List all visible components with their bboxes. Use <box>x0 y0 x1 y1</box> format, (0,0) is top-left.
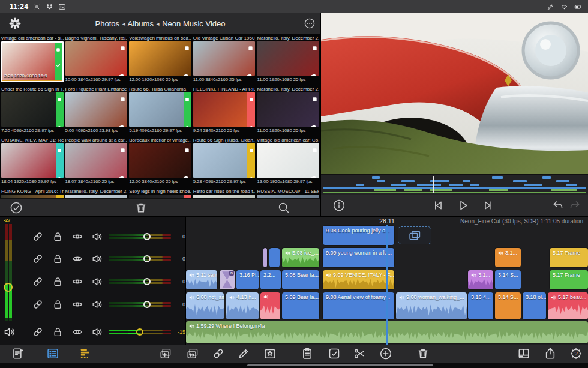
link-clips-button[interactable] <box>211 346 226 361</box>
clip-thumbnail[interactable] <box>129 143 191 178</box>
timeline-clip[interactable]: 5.08 ice_... <box>282 248 319 267</box>
timeline-clip[interactable]: 5.17 Frame <box>550 248 588 267</box>
slider-knob[interactable] <box>136 328 143 336</box>
timeline-clip[interactable]: 5.11 san... <box>186 270 217 289</box>
transition-clip[interactable]: B <box>220 270 235 289</box>
clip-thumbnail[interactable] <box>1 143 64 178</box>
track-volume-slider[interactable] <box>109 278 171 286</box>
skip-forward-button[interactable] <box>481 198 496 213</box>
timeline-clip[interactable]: 5.08 Bear la... <box>282 270 319 289</box>
slider-knob[interactable] <box>143 233 151 240</box>
add-button[interactable] <box>379 346 393 361</box>
clip-effects-button[interactable] <box>263 346 277 361</box>
timeline-clip[interactable]: 5.17 Frame <box>550 270 588 289</box>
lock-toggle-icon[interactable] <box>47 326 67 338</box>
clip-thumbnail[interactable] <box>129 41 191 76</box>
split-clip-button[interactable] <box>352 346 367 361</box>
timeline-clip[interactable]: 3.1... <box>495 248 521 267</box>
link-toggle-icon[interactable] <box>28 231 47 243</box>
undo-button[interactable] <box>551 198 565 213</box>
clip-thumbnail[interactable] <box>1 92 64 127</box>
timeline-clip[interactable]: 5.09 Bear la... <box>282 292 319 319</box>
clip-thumbnail[interactable] <box>193 41 256 76</box>
photos-source-icon[interactable] <box>8 17 22 30</box>
select-mode-button[interactable] <box>327 346 341 361</box>
media-clip[interactable]: People walk around at a car...18.07 3840… <box>65 137 128 186</box>
timeline-clip[interactable]: 3.1... <box>468 270 493 289</box>
clip-thumbnail[interactable] <box>193 143 256 178</box>
media-clip[interactable]: vintage old american car - si...2.25 192… <box>1 35 64 84</box>
timeline-clip[interactable]: 3.14 S... <box>495 292 521 319</box>
lock-toggle-icon[interactable] <box>47 253 67 265</box>
timeline-clip[interactable]: 9.08 woman_walking_... <box>396 292 467 319</box>
eye-toggle-icon[interactable] <box>67 326 87 338</box>
media-clip[interactable]: Retro car rides on the road t... <box>193 188 256 198</box>
project-overview[interactable] <box>321 174 588 195</box>
track-volume-slider[interactable] <box>109 255 171 263</box>
speaker-toggle-icon[interactable] <box>87 253 107 265</box>
track-volume-slider[interactable] <box>109 328 171 336</box>
master-volume-knob[interactable] <box>4 283 13 292</box>
edit-clip-button[interactable] <box>236 346 251 361</box>
timeline-clip[interactable]: 3.18 ol... <box>523 292 546 319</box>
redo-button[interactable] <box>568 198 582 213</box>
timeline-clip[interactable]: 9.08 Cook pouring jelly o... <box>323 226 394 245</box>
timeline-clip[interactable] <box>263 248 267 267</box>
media-clip[interactable]: Old Vintage Cuban Car 1950...11.00 3840x… <box>193 35 256 84</box>
timeline-clip[interactable]: 5.17 beau... <box>548 292 588 319</box>
clip-thumbnail[interactable] <box>65 143 128 178</box>
paste-attributes-button[interactable] <box>300 346 314 361</box>
media-clip[interactable]: Under the Route 66 Sign in T...7.20 4096… <box>1 86 64 135</box>
track-volume-slider[interactable] <box>109 233 171 241</box>
play-button[interactable] <box>456 198 470 213</box>
clip-thumbnail[interactable] <box>257 41 319 76</box>
breadcrumb-albums[interactable]: Albums <box>128 19 154 28</box>
slider-knob[interactable] <box>143 255 151 262</box>
eye-toggle-icon[interactable] <box>67 298 87 310</box>
media-clip[interactable]: Sexy legs in high heels shoe... <box>129 188 191 198</box>
media-clip[interactable]: HONG KONG - April 2016: Tr... <box>1 188 64 198</box>
speaker-toggle-icon[interactable] <box>87 231 107 243</box>
media-clip[interactable]: HELSINKI, FINLAND - APRIL...9.24 3840x21… <box>193 86 256 135</box>
timeline-clip[interactable]: 9.09 young woman in a lo... <box>323 248 394 267</box>
search-icon[interactable] <box>277 201 290 214</box>
slider-knob[interactable] <box>143 301 151 308</box>
eye-toggle-icon[interactable] <box>67 253 87 265</box>
lock-toggle-icon[interactable] <box>47 231 67 243</box>
timeline-clip[interactable] <box>260 292 280 319</box>
media-clip[interactable]: vintage old american car: Co...13.00 192… <box>257 137 319 186</box>
overwrite-clip-button[interactable] <box>185 346 200 361</box>
overview-playhead[interactable] <box>433 176 434 193</box>
timeline-clip[interactable]: 9.08 Aerial view of foamy... <box>323 292 394 319</box>
breadcrumb-album-name[interactable]: Neon Music Video <box>162 19 225 28</box>
timeline-clip[interactable]: 6.08 hot_air... <box>186 292 224 319</box>
media-clip[interactable]: Maranello, Italy, December 2...11.00 192… <box>257 86 319 135</box>
eye-toggle-icon[interactable] <box>67 276 87 288</box>
speaker-toggle-icon[interactable] <box>87 276 107 288</box>
clip-thumbnail[interactable] <box>129 92 191 127</box>
insert-clip-button[interactable] <box>158 346 173 361</box>
drop-target-ghost[interactable] <box>398 226 431 244</box>
slider-knob[interactable] <box>143 278 151 285</box>
delete-button[interactable] <box>416 346 430 361</box>
link-toggle-icon[interactable] <box>28 326 47 338</box>
link-toggle-icon[interactable] <box>28 253 47 265</box>
timeline-clip[interactable]: 3.14 S... <box>495 270 521 289</box>
clip-thumbnail[interactable] <box>257 92 319 127</box>
lock-toggle-icon[interactable] <box>47 276 67 288</box>
settings-help-button[interactable]: ? <box>569 346 583 361</box>
clip-thumbnail[interactable] <box>257 143 319 178</box>
playhead[interactable] <box>386 225 388 345</box>
link-toggle-icon[interactable] <box>28 276 47 288</box>
share-button[interactable] <box>543 346 557 361</box>
breadcrumb[interactable]: Photos ◂ Albums ◂ Neon Music Video <box>0 19 320 28</box>
timeline-clip[interactable]: 3.16 4... <box>468 292 493 319</box>
timeline-clip[interactable]: 9.09 VENICE, ITALY - F... <box>323 270 394 289</box>
media-clip[interactable]: Volkswagen minibus on sea...12.00 1920x1… <box>129 35 191 84</box>
media-clip[interactable]: Route 66 Sign (Tulsa, Oklah...5.28 4096x… <box>193 137 256 186</box>
project-layout-button[interactable] <box>517 346 531 361</box>
media-clip[interactable]: Bagno Vignoni, Tuscany, Ital...10.00 384… <box>65 35 128 84</box>
media-clip[interactable]: Ford Piquette Plant Entrance...5.00 4096… <box>65 86 128 135</box>
media-clip[interactable]: Route 66, Tulsa Oklahoma5.19 4096x2160 2… <box>129 86 191 135</box>
timeline-clip[interactable]: 2.2... <box>260 270 281 289</box>
